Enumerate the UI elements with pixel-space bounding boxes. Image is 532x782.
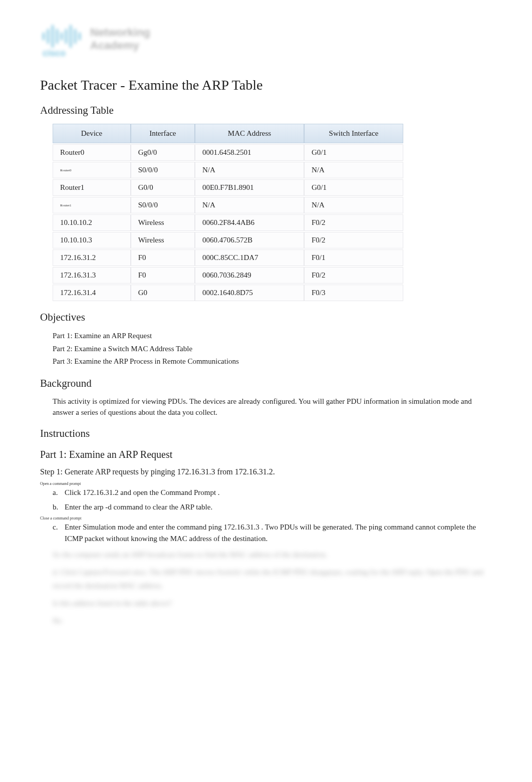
objectives-list: Part 1: Examine an ARP Request Part 2: E…: [53, 330, 492, 368]
cell-swint: F0/2: [304, 267, 403, 284]
svg-rect-7: [74, 29, 76, 44]
cell-mac: 0060.4706.572B: [195, 232, 304, 248]
cell-device: Router1: [53, 179, 131, 196]
cell-interface: G0: [131, 285, 195, 301]
cell-interface: Wireless: [131, 232, 195, 248]
svg-rect-3: [56, 29, 58, 44]
addressing-table: Device Interface MAC Address Switch Inte…: [53, 123, 403, 302]
substep-b: b. Enter the arp -d command to clear the…: [53, 501, 492, 513]
substep-content: Click 172.16.31.2 and open the Command P…: [65, 487, 492, 498]
step1-heading: Step 1: Generate ARP requests by pinging…: [40, 467, 492, 476]
table-row: 172.16.31.3F00060.7036.2849F0/2: [53, 267, 403, 284]
brand-bottom: Academy: [90, 39, 140, 52]
cell-mac: 00E0.F7B1.8901: [195, 179, 304, 196]
th-mac: MAC Address: [195, 124, 304, 143]
cell-mac: 0002.1640.8D75: [195, 285, 304, 301]
blurred-line: d. Click Capture/Forward once. The ARP P…: [53, 566, 492, 593]
open-prompt-note: Open a command prompt: [40, 481, 492, 486]
cell-mac: N/A: [195, 162, 304, 178]
substep-letter: b.: [53, 501, 65, 513]
svg-rect-4: [61, 33, 63, 40]
part1-heading: Part 1: Examine an ARP Request: [40, 449, 492, 460]
substep-letter: c.: [53, 522, 65, 545]
table-row: 172.16.31.2F0000C.85CC.1DA7F0/1: [53, 249, 403, 266]
cell-swint: N/A: [304, 162, 403, 178]
cell-mac: 0060.7036.2849: [195, 267, 304, 284]
table-row: 10.10.10.3Wireless0060.4706.572BF0/2: [53, 232, 403, 248]
substep-content: Enter the arp -d command to clear the AR…: [65, 501, 492, 513]
cell-swint: F0/2: [304, 232, 403, 248]
objective-item: Part 3: Examine the ARP Process in Remot…: [53, 355, 492, 368]
page-title: Packet Tracer - Examine the ARP Table: [40, 77, 492, 93]
substep-content: Enter Simulation mode and enter the comm…: [65, 522, 492, 545]
brand-top: Networking: [90, 26, 150, 39]
cell-device: 10.10.10.3: [53, 232, 131, 248]
svg-rect-5: [65, 29, 67, 44]
cell-device: Router0: [53, 162, 131, 178]
cell-mac: 0001.6458.2501: [195, 144, 304, 161]
table-row: Router0S0/0/0N/AN/A: [53, 162, 403, 178]
objectives-heading: Objectives: [40, 311, 492, 324]
table-row: Router1S0/0/0N/AN/A: [53, 197, 403, 213]
svg-rect-8: [79, 33, 81, 40]
substep-letter: a.: [53, 487, 65, 498]
th-interface: Interface: [131, 124, 195, 143]
cell-interface: S0/0/0: [131, 197, 195, 213]
table-row: 10.10.10.2Wireless0060.2F84.4AB6F0/2: [53, 214, 403, 231]
addressing-table-wrapper: Device Interface MAC Address Switch Inte…: [53, 123, 492, 302]
cell-swint: F0/1: [304, 249, 403, 266]
instructions-heading: Instructions: [40, 427, 492, 440]
svg-rect-2: [52, 25, 54, 48]
cell-device: 172.16.31.3: [53, 267, 131, 284]
cell-interface: G0/0: [131, 179, 195, 196]
cisco-logo: cisco Networking Academy: [40, 20, 180, 60]
cell-device: Router0: [53, 144, 131, 161]
objective-item: Part 1: Examine an ARP Request: [53, 330, 492, 343]
blurred-line: No: [53, 614, 492, 628]
cell-mac: 0060.2F84.4AB6: [195, 214, 304, 231]
close-prompt-note: Close a command prompt: [40, 516, 492, 520]
cell-swint: G0/1: [304, 144, 403, 161]
cell-mac: 000C.85CC.1DA7: [195, 249, 304, 266]
svg-rect-6: [70, 25, 72, 48]
cell-interface: Wireless: [131, 214, 195, 231]
cell-swint: N/A: [304, 197, 403, 213]
cell-swint: F0/3: [304, 285, 403, 301]
cell-interface: F0: [131, 249, 195, 266]
background-heading: Background: [40, 377, 492, 390]
substep-a: a. Click 172.16.31.2 and open the Comman…: [53, 487, 492, 498]
logo-area: cisco Networking Academy: [40, 20, 492, 62]
cell-interface: S0/0/0: [131, 162, 195, 178]
cell-interface: F0: [131, 267, 195, 284]
cell-device: Router1: [53, 197, 131, 213]
cisco-text: cisco: [43, 48, 66, 58]
blurred-content: So the computer sends an ARP broadcast f…: [53, 548, 492, 628]
table-row: Router0Gg0/00001.6458.2501G0/1: [53, 144, 403, 161]
cell-interface: Gg0/0: [131, 144, 195, 161]
cell-device: 172.16.31.2: [53, 249, 131, 266]
cell-swint: F0/2: [304, 214, 403, 231]
objective-item: Part 2: Examine a Switch MAC Address Tab…: [53, 343, 492, 356]
blurred-line: So the computer sends an ARP broadcast f…: [53, 548, 492, 562]
background-text: This activity is optimized for viewing P…: [53, 396, 492, 418]
cell-device: 172.16.31.4: [53, 285, 131, 301]
svg-rect-0: [43, 33, 45, 40]
blurred-line: Is this address listed in the table abov…: [53, 597, 492, 610]
table-row: 172.16.31.4G00002.1640.8D75F0/3: [53, 285, 403, 301]
th-swint: Switch Interface: [304, 124, 403, 143]
table-row: Router1G0/000E0.F7B1.8901G0/1: [53, 179, 403, 196]
svg-rect-1: [47, 29, 49, 44]
cell-swint: G0/1: [304, 179, 403, 196]
substep-c: c. Enter Simulation mode and enter the c…: [53, 522, 492, 545]
cell-mac: N/A: [195, 197, 304, 213]
addressing-heading: Addressing Table: [40, 104, 492, 117]
th-device: Device: [53, 124, 131, 143]
table-header-row: Device Interface MAC Address Switch Inte…: [53, 124, 403, 143]
cell-device: 10.10.10.2: [53, 214, 131, 231]
